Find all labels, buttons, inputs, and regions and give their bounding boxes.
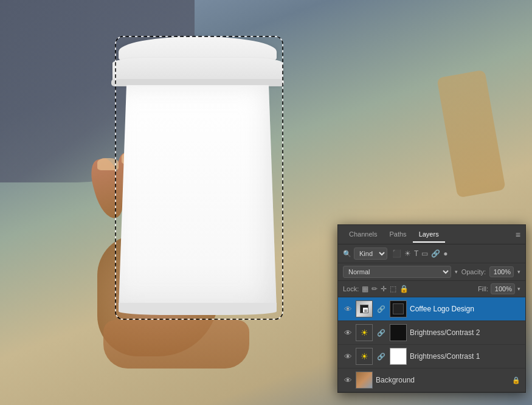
layer-visibility-bc2[interactable]: 👁 [343, 328, 353, 338]
tab-layers[interactable]: Layers [413, 227, 445, 243]
layer-mask-coffee [390, 300, 407, 317]
layer-thumbnail-bc2: ☀ [356, 324, 373, 341]
layer-brightness-contrast-2[interactable]: 👁 ☀ 🔗 Brightness/Contrast 2 [338, 321, 525, 345]
layer-thumbnail-bc1: ☀ [356, 348, 373, 365]
shape-filter-icon[interactable]: ▭ [421, 249, 428, 258]
filter-icons: ⬛ ☀ T ▭ 🔗 ● [392, 249, 448, 258]
layer-thumbnail-coffee-smart: ⊞ [356, 300, 373, 317]
layer-brightness-contrast-1[interactable]: 👁 ☀ 🔗 Brightness/Contrast 1 [338, 345, 525, 369]
panel-menu-icon[interactable]: ≡ [516, 230, 520, 240]
svg-rect-1 [116, 36, 283, 319]
lock-artboard-icon[interactable]: ⬚ [390, 285, 396, 293]
layers-list: 👁 ⊞ 🔗 Coffee Logo Design 👁 ☀ [338, 297, 525, 392]
lock-icons: ▦ ✏ ✛ ⬚ 🔒 [362, 285, 409, 293]
opacity-arrow: ▾ [517, 269, 520, 275]
opacity-label: Opacity: [461, 268, 486, 275]
fill-arrow: ▾ [517, 286, 520, 292]
selection-outline [112, 33, 289, 325]
tab-channels[interactable]: Channels [343, 227, 383, 243]
layer-mask-bc2 [390, 324, 407, 341]
kind-dropdown[interactable]: Kind [354, 248, 387, 260]
lock-all-icon[interactable]: 🔒 [399, 285, 409, 293]
layer-chain-bc1: 🔗 [377, 353, 385, 361]
fill-section: Fill: ▾ [478, 283, 520, 294]
smartobject-filter-icon[interactable]: 🔗 [431, 249, 440, 258]
adjustment-filter-icon[interactable]: ☀ [404, 249, 411, 258]
layer-name-bc1: Brightness/Contrast 1 [410, 352, 520, 361]
lock-move-icon[interactable]: ✛ [381, 285, 387, 293]
lock-fill-row: Lock: ▦ ✏ ✛ ⬚ 🔒 Fill: ▾ [338, 281, 525, 297]
lock-transparency-icon[interactable]: ▦ [362, 285, 368, 293]
fill-label: Fill: [478, 285, 488, 292]
panel-tabs: Channels Paths Layers ≡ [338, 225, 525, 244]
blend-opacity-row: Normal ▾ Opacity: ▾ [338, 263, 525, 281]
lock-pixels-icon[interactable]: ✏ [371, 285, 378, 293]
type-filter-icon[interactable]: T [414, 249, 418, 258]
svg-rect-0 [116, 36, 283, 319]
layer-coffee-logo-design[interactable]: 👁 ⊞ 🔗 Coffee Logo Design [338, 297, 525, 321]
layer-mask-bc1 [390, 348, 407, 365]
layer-name-coffee: Coffee Logo Design [410, 305, 520, 313]
fill-input[interactable] [491, 283, 515, 294]
layer-name-bc2: Brightness/Contrast 2 [410, 328, 520, 337]
blend-arrow: ▾ [455, 269, 458, 275]
layer-chain-coffee: 🔗 [377, 305, 385, 313]
blend-mode-dropdown[interactable]: Normal [343, 266, 451, 278]
layer-chain-bc2: 🔗 [377, 329, 385, 337]
layer-visibility-bc1[interactable]: 👁 [343, 352, 353, 361]
layer-name-background: Background [376, 376, 509, 384]
opacity-input[interactable] [489, 266, 514, 277]
layer-background[interactable]: 👁 Background 🔒 [338, 369, 525, 392]
kind-filter-row: 🔍 Kind ⬛ ☀ T ▭ 🔗 ● [338, 244, 525, 263]
lock-label: Lock: [343, 285, 359, 292]
pixel-filter-icon[interactable]: ⬛ [392, 249, 401, 258]
layers-panel: Channels Paths Layers ≡ 🔍 Kind ⬛ ☀ T ▭ 🔗… [337, 224, 526, 393]
search-icon: 🔍 [343, 250, 351, 258]
layer-visibility-coffee[interactable]: 👁 [343, 305, 353, 314]
layer-lock-background: 🔒 [512, 376, 520, 384]
color-filter-icon[interactable]: ● [443, 249, 447, 258]
tab-paths[interactable]: Paths [383, 227, 412, 243]
layer-visibility-bg[interactable]: 👁 [343, 376, 353, 385]
layer-thumbnail-background [356, 372, 373, 389]
